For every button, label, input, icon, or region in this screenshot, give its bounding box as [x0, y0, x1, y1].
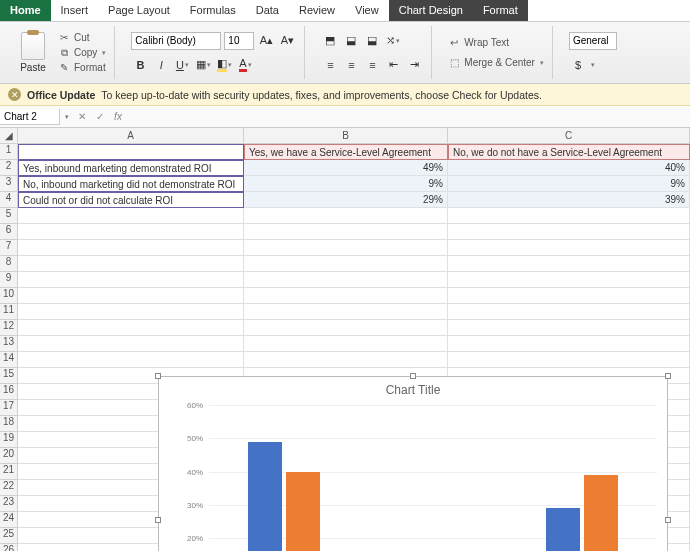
bar[interactable] — [546, 508, 580, 551]
align-left-button[interactable]: ≡ — [321, 56, 339, 74]
enter-formula-icon[interactable]: ✓ — [91, 111, 109, 122]
cell[interactable]: 40% — [448, 160, 690, 176]
row-header[interactable]: 10 — [0, 288, 18, 304]
row-header[interactable]: 3 — [0, 176, 18, 192]
cut-button[interactable]: ✂Cut — [58, 32, 106, 44]
cell[interactable] — [18, 288, 244, 304]
row-header[interactable]: 26 — [0, 544, 18, 551]
row-header[interactable]: 20 — [0, 448, 18, 464]
cell[interactable] — [18, 320, 244, 336]
align-top-button[interactable]: ⬒ — [321, 32, 339, 50]
cell[interactable] — [18, 208, 244, 224]
cell[interactable] — [448, 288, 690, 304]
bold-button[interactable]: B — [131, 56, 149, 74]
bar-group[interactable] — [508, 405, 657, 551]
cell[interactable]: 9% — [244, 176, 448, 192]
row-header[interactable]: 11 — [0, 304, 18, 320]
bar[interactable] — [584, 475, 618, 551]
cell[interactable] — [448, 352, 690, 368]
align-center-button[interactable]: ≡ — [342, 56, 360, 74]
row-header[interactable]: 7 — [0, 240, 18, 256]
paste-button[interactable]: Paste — [20, 62, 46, 73]
cell[interactable] — [448, 224, 690, 240]
row-header[interactable]: 25 — [0, 528, 18, 544]
row-header[interactable]: 19 — [0, 432, 18, 448]
plot-area[interactable] — [209, 405, 657, 551]
decrease-font-button[interactable]: A▾ — [278, 32, 296, 50]
select-all-corner[interactable]: ◢ — [0, 128, 18, 144]
cell[interactable] — [448, 304, 690, 320]
bar[interactable] — [248, 442, 282, 551]
cell[interactable] — [244, 288, 448, 304]
cell[interactable] — [244, 240, 448, 256]
cell[interactable]: No, we do not have a Service-Level Agree… — [448, 144, 690, 160]
row-header[interactable]: 14 — [0, 352, 18, 368]
cell[interactable]: Yes, inbound marketing demonstrated ROI — [18, 160, 244, 176]
font-color-button[interactable]: A▾ — [236, 56, 254, 74]
cell[interactable] — [448, 240, 690, 256]
merge-center-button[interactable]: ⬚Merge & Center▾ — [448, 57, 544, 69]
cell[interactable] — [448, 256, 690, 272]
cell[interactable] — [244, 336, 448, 352]
col-header-a[interactable]: A — [18, 128, 244, 144]
col-header-b[interactable]: B — [244, 128, 448, 144]
row-header[interactable]: 24 — [0, 512, 18, 528]
align-bottom-button[interactable]: ⬓ — [363, 32, 381, 50]
bar[interactable] — [286, 472, 320, 551]
row-header[interactable]: 13 — [0, 336, 18, 352]
row-header[interactable]: 22 — [0, 480, 18, 496]
row-header[interactable]: 6 — [0, 224, 18, 240]
increase-font-button[interactable]: A▴ — [257, 32, 275, 50]
copy-button[interactable]: ⧉Copy▾ — [58, 47, 106, 59]
tab-insert[interactable]: Insert — [51, 0, 99, 21]
chart-title[interactable]: Chart Title — [159, 377, 667, 399]
cell[interactable] — [18, 224, 244, 240]
bar-group[interactable] — [209, 405, 358, 551]
tab-page-layout[interactable]: Page Layout — [98, 0, 180, 21]
row-header[interactable]: 8 — [0, 256, 18, 272]
cell[interactable] — [448, 336, 690, 352]
row-header[interactable]: 17 — [0, 400, 18, 416]
fill-color-button[interactable]: ◧▾ — [215, 56, 233, 74]
cell[interactable]: 29% — [244, 192, 448, 208]
format-painter-button[interactable]: ✎Format — [58, 62, 106, 74]
cell[interactable] — [244, 224, 448, 240]
tab-format[interactable]: Format — [473, 0, 528, 21]
cancel-formula-icon[interactable]: ✕ — [73, 111, 91, 122]
bar-group[interactable] — [358, 405, 507, 551]
wrap-text-button[interactable]: ↩Wrap Text — [448, 37, 544, 49]
row-header[interactable]: 18 — [0, 416, 18, 432]
row-header[interactable]: 5 — [0, 208, 18, 224]
cell[interactable] — [244, 256, 448, 272]
cell[interactable] — [244, 320, 448, 336]
cell[interactable] — [244, 304, 448, 320]
chart-object[interactable]: Chart Title 0%10%20%30%40%50%60% Yes, in… — [158, 376, 668, 551]
currency-button[interactable]: $ — [569, 56, 587, 74]
fx-icon[interactable]: fx — [109, 111, 127, 122]
resize-handle[interactable] — [665, 517, 671, 523]
cell[interactable] — [18, 352, 244, 368]
cell[interactable] — [448, 208, 690, 224]
cell[interactable] — [18, 304, 244, 320]
indent-increase-button[interactable]: ⇥ — [405, 56, 423, 74]
row-header[interactable]: 23 — [0, 496, 18, 512]
tab-data[interactable]: Data — [246, 0, 289, 21]
font-size-select[interactable] — [224, 32, 254, 50]
col-header-c[interactable]: C — [448, 128, 690, 144]
cell[interactable] — [18, 144, 244, 160]
resize-handle[interactable] — [665, 373, 671, 379]
cell[interactable]: No, inbound marketing did not demonstrat… — [18, 176, 244, 192]
cell[interactable] — [448, 272, 690, 288]
cell[interactable]: Could not or did not calculate ROI — [18, 192, 244, 208]
tab-review[interactable]: Review — [289, 0, 345, 21]
border-button[interactable]: ▦▾ — [194, 56, 212, 74]
cell[interactable]: 9% — [448, 176, 690, 192]
row-header[interactable]: 12 — [0, 320, 18, 336]
resize-handle[interactable] — [410, 373, 416, 379]
cell[interactable] — [244, 272, 448, 288]
formula-input[interactable] — [127, 109, 690, 124]
tab-view[interactable]: View — [345, 0, 389, 21]
cell[interactable] — [244, 208, 448, 224]
italic-button[interactable]: I — [152, 56, 170, 74]
name-box[interactable] — [0, 109, 60, 125]
